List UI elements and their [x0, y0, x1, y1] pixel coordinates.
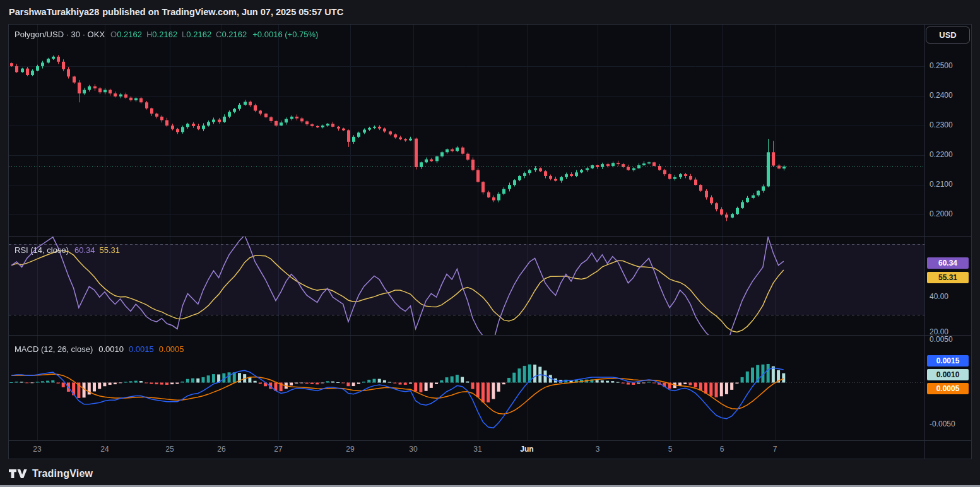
time-axis-label: 24	[100, 445, 109, 454]
rsi-ma-badge: 55.31	[927, 272, 969, 283]
price-chart-canvas[interactable]	[9, 25, 924, 236]
price-axis-label: 0.2100	[930, 180, 953, 189]
ohlc-low: L0.2162	[182, 30, 211, 39]
page: { "header": { "username": "ParshwaTurakh…	[0, 0, 980, 487]
price-legend: Polygon/USD · 30 · OKX O0.2162 H0.2162 L…	[15, 30, 318, 39]
macd-line-badge: 0.0015	[927, 355, 969, 367]
macd-title[interactable]: MACD (12, 26, close)	[15, 344, 93, 354]
currency-button[interactable]: USD	[926, 26, 970, 44]
time-axis-label: 31	[473, 445, 481, 454]
username: ParshwaTurakhiya28	[9, 7, 99, 17]
rsi-value-badge: 60.34	[927, 257, 969, 269]
price-axis-label: 0.2000	[930, 209, 953, 218]
macd-signal-value: 0.0005	[159, 344, 184, 354]
tradingview-logo-icon[interactable]	[8, 467, 27, 480]
price-axis-label: 0.2300	[930, 120, 953, 129]
time-axis-label: 5	[668, 445, 673, 454]
ohlc-close: C0.2162	[216, 30, 247, 39]
rsi-title[interactable]: RSI (14, close)	[15, 245, 69, 255]
macd-legend: MACD (12, 26, close) 0.0010 0.0015 0.000…	[15, 344, 184, 354]
macd-line-value: 0.0015	[129, 344, 154, 354]
rsi-legend: RSI (14, close) 60.34 55.31	[15, 245, 120, 255]
time-axis-label: 30	[409, 445, 417, 454]
ohlc-open: O0.2162	[110, 30, 142, 39]
price-axis-label: 0.2400	[930, 91, 953, 100]
ohlc-high: H0.2162	[146, 30, 177, 39]
time-axis-label: 25	[165, 445, 174, 454]
macd-axis-label: -0.0050	[930, 420, 955, 428]
rsi-value: 60.34	[74, 245, 95, 255]
time-axis-label-month: Jun	[520, 445, 533, 454]
price-axis-label: 0.2500	[930, 61, 953, 70]
macd-hist-badge: 0.0010	[927, 369, 969, 380]
price-change: +0.0016 (+0.75%)	[252, 30, 318, 39]
rsi-axis-label: 40.00	[930, 292, 948, 301]
time-axis[interactable]: 23 24 25 26 27 29 30 31 Jun 3 5 6 7	[9, 441, 924, 459]
macd-hist-value: 0.0010	[98, 344, 124, 354]
price-axis-label: 0.2200	[930, 150, 953, 159]
chart-frame: Polygon/USD · 30 · OKX O0.2162 H0.2162 L…	[8, 24, 972, 459]
time-axis-label: 23	[33, 445, 41, 454]
macd-axis-label: 0.0050	[930, 335, 953, 344]
tradingview-wordmark[interactable]: TradingView	[32, 468, 93, 479]
macd-signal-badge: 0.0005	[927, 383, 969, 394]
rsi-pane-canvas[interactable]	[9, 237, 924, 335]
pane-separator[interactable]	[9, 236, 971, 237]
time-axis-label: 29	[346, 445, 354, 454]
publish-info: published on TradingView.com, Jun 07, 20…	[102, 7, 343, 17]
time-axis-label: 7	[773, 445, 777, 454]
time-axis-label: 27	[274, 445, 282, 454]
rsi-ma-value: 55.31	[100, 245, 121, 255]
symbol-title[interactable]: Polygon/USD · 30 · OKX	[15, 30, 105, 39]
footer: TradingView	[8, 465, 93, 483]
pane-separator[interactable]	[9, 335, 971, 336]
time-axis-label: 6	[720, 445, 724, 454]
time-axis-label: 26	[217, 445, 225, 454]
time-axis-label: 3	[596, 445, 600, 454]
attribution-bar: ParshwaTurakhiya28 published on TradingV…	[0, 0, 980, 24]
